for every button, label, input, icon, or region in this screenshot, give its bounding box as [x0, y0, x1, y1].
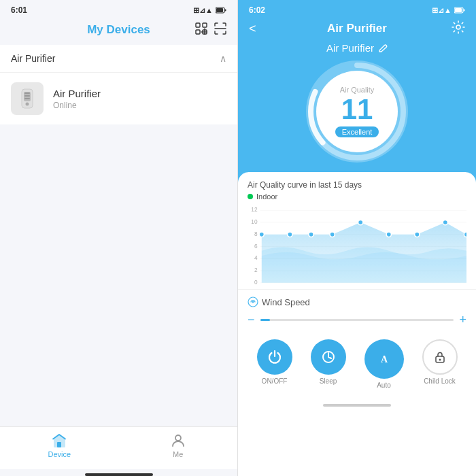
bottom-bar-right — [238, 398, 476, 412]
svg-point-54 — [252, 301, 254, 303]
auto-icon: A — [376, 351, 392, 367]
edit-icon[interactable] — [378, 44, 388, 53]
svg-text:A: A — [380, 354, 388, 364]
wind-speed-section: Wind Speed − + — [238, 289, 476, 333]
auto-label: Auto — [377, 381, 391, 389]
air-purifier-image — [15, 86, 39, 111]
air-quality-inner-circle: Air Quality 11 Excellent — [316, 71, 398, 152]
device-info: Air Purifier Online — [53, 88, 101, 110]
air-quality-display: Air Quality 11 Excellent — [238, 61, 476, 172]
legend-label: Indoor — [256, 192, 277, 201]
onoff-label: ON/OFF — [262, 377, 288, 385]
settings-button[interactable] — [452, 20, 465, 37]
air-quality-badge: Excellent — [335, 126, 379, 137]
right-header: < Air Purifier — [238, 18, 476, 42]
time-right: 6:02 — [249, 5, 265, 15]
person-icon — [170, 432, 186, 449]
header-actions — [195, 22, 226, 37]
time-left: 6:01 — [11, 5, 27, 15]
status-bar-right: 6:02 ⊞⊿▲ — [238, 0, 476, 18]
nav-device[interactable]: Device — [0, 432, 119, 458]
device-list-item[interactable]: Air Purifier Online — [0, 73, 237, 124]
device-status-text: Online — [53, 101, 101, 110]
svg-text:0: 0 — [254, 279, 258, 286]
svg-rect-1 — [216, 8, 223, 12]
svg-rect-20 — [464, 10, 465, 12]
scan-icon[interactable] — [214, 22, 226, 37]
auto-button[interactable]: A — [364, 339, 404, 379]
sleep-label: Sleep — [320, 377, 337, 385]
lock-icon — [433, 350, 447, 364]
slider-plus-button[interactable]: + — [459, 313, 466, 327]
add-grid-icon[interactable] — [195, 22, 207, 37]
white-section: Air Quality curve in last 15 days Indoor… — [238, 172, 476, 476]
svg-point-45 — [443, 220, 447, 224]
home-icon — [51, 432, 67, 449]
bottom-nav-left: Device Me — [0, 426, 237, 469]
slider-track[interactable] — [260, 319, 454, 321]
back-button[interactable]: < — [249, 22, 256, 36]
right-panel: 6:02 ⊞⊿▲ < Air Purifier Air Purifier — [238, 0, 476, 476]
svg-rect-3 — [196, 23, 200, 27]
svg-point-44 — [415, 232, 420, 237]
svg-point-41 — [330, 232, 335, 237]
chart-container: Air Quality curve in last 15 days Indoor… — [238, 172, 476, 289]
device-name-row: Air Purifier — [238, 42, 476, 61]
sleep-icon — [321, 350, 336, 364]
my-devices-title: My Devices — [87, 23, 150, 37]
wind-speed-slider: − + — [248, 313, 466, 327]
sleep-button[interactable] — [311, 339, 346, 375]
svg-text:4: 4 — [254, 254, 258, 261]
svg-point-58 — [439, 359, 441, 361]
status-icons-left: ⊞⊿▲ — [193, 6, 226, 15]
svg-point-43 — [386, 232, 391, 237]
svg-point-38 — [259, 232, 264, 237]
chevron-up-icon: ∧ — [220, 53, 226, 64]
svg-rect-19 — [455, 8, 462, 12]
svg-text:6: 6 — [254, 243, 258, 250]
slider-minus-button[interactable]: − — [248, 313, 255, 327]
status-bar-left: 6:01 ⊞⊿▲ — [0, 0, 237, 18]
svg-rect-14 — [24, 95, 30, 97]
svg-point-12 — [26, 103, 29, 106]
onoff-control: ON/OFF — [257, 339, 292, 389]
svg-rect-2 — [225, 10, 226, 12]
status-icons-right: ⊞⊿▲ — [432, 6, 465, 15]
air-quality-outer-ring: Air Quality 11 Excellent — [306, 61, 408, 163]
nav-me-label: Me — [173, 450, 183, 458]
home-indicator-left — [85, 473, 153, 476]
childlock-label: Child Lock — [424, 377, 456, 385]
nav-me[interactable]: Me — [119, 432, 238, 458]
battery-icon-right — [454, 7, 465, 14]
control-buttons-row: ON/OFF Sleep A Auto — [238, 333, 476, 398]
svg-text:8: 8 — [254, 231, 258, 237]
legend-dot — [248, 194, 253, 199]
svg-rect-5 — [196, 30, 200, 34]
childlock-control: Child Lock — [422, 339, 458, 389]
childlock-button[interactable] — [422, 339, 458, 375]
svg-text:10: 10 — [251, 218, 258, 225]
chart-legend: Indoor — [248, 192, 466, 201]
svg-rect-13 — [24, 92, 30, 94]
onoff-button[interactable] — [257, 339, 292, 375]
device-section: Air Purifier ∧ Air Purifier Online — [0, 45, 237, 124]
air-quality-value: 11 — [341, 95, 373, 124]
svg-point-42 — [358, 220, 363, 224]
svg-rect-16 — [57, 442, 61, 447]
device-thumbnail — [11, 82, 44, 115]
left-empty-content — [0, 125, 237, 426]
chart-area: 12 10 8 6 4 2 0 — [248, 205, 466, 286]
svg-rect-15 — [24, 98, 30, 99]
battery-icon-left — [216, 7, 226, 14]
home-indicator-right — [323, 404, 391, 407]
device-display-name: Air Purifier — [326, 42, 374, 54]
slider-fill — [260, 319, 270, 321]
power-icon — [267, 350, 282, 364]
left-panel: 6:01 ⊞⊿▲ My Devices — [0, 0, 238, 476]
device-section-header[interactable]: Air Purifier ∧ — [0, 45, 237, 73]
svg-rect-4 — [203, 23, 207, 27]
chart-title: Air Quality curve in last 15 days — [248, 180, 466, 190]
sleep-control: Sleep — [311, 339, 346, 389]
svg-point-21 — [456, 25, 460, 29]
svg-text:12: 12 — [251, 206, 258, 213]
